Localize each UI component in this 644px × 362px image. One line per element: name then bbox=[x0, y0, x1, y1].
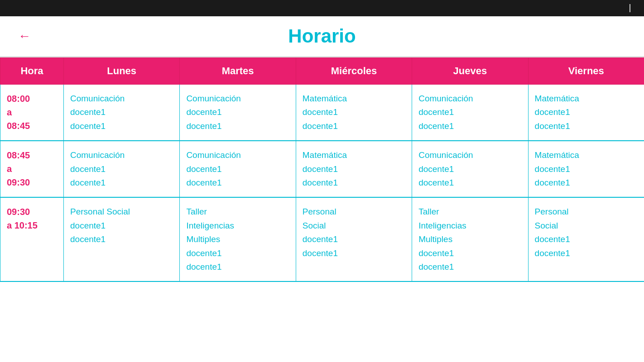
header: ← Horario bbox=[0, 16, 644, 56]
subject-cell-lunes-2: Personal Social docente1 docente1 bbox=[64, 197, 180, 281]
col-header-miercoles: Miércoles bbox=[296, 58, 412, 85]
subject-cell-jueves-2: Taller Inteligencias Multiples docente1 … bbox=[412, 197, 528, 281]
status-indicator bbox=[630, 4, 630, 12]
table-row: 08:45 a 09:30Comunicación docente1 docen… bbox=[0, 141, 644, 197]
page-title: Horario bbox=[288, 25, 356, 47]
subject-cell-martes-1: Comunicación docente1 docente1 bbox=[180, 141, 296, 197]
subject-cell-viernes-2: Personal Social docente1 docente1 bbox=[528, 197, 644, 281]
subject-cell-viernes-1: Matemática docente1 docente1 bbox=[528, 141, 644, 197]
subject-cell-miercoles-0: Matemática docente1 docente1 bbox=[296, 85, 412, 141]
time-cell-0: 08:00 a 08:45 bbox=[0, 85, 64, 141]
subject-cell-martes-2: Taller Inteligencias Multiples docente1 … bbox=[180, 197, 296, 281]
subject-cell-martes-0: Comunicación docente1 docente1 bbox=[180, 85, 296, 141]
col-header-viernes: Viernes bbox=[528, 58, 644, 85]
subject-cell-lunes-0: Comunicación docente1 docente1 bbox=[64, 85, 180, 141]
time-cell-1: 08:45 a 09:30 bbox=[0, 141, 64, 197]
col-header-lunes: Lunes bbox=[64, 58, 180, 85]
col-header-jueves: Jueves bbox=[412, 58, 528, 85]
top-bar bbox=[0, 0, 644, 16]
col-header-hora: Hora bbox=[0, 58, 64, 85]
subject-cell-jueves-0: Comunicación docente1 docente1 bbox=[412, 85, 528, 141]
subject-cell-jueves-1: Comunicación docente1 docente1 bbox=[412, 141, 528, 197]
table-row: 09:30 a 10:15Personal Social docente1 do… bbox=[0, 197, 644, 281]
subject-cell-miercoles-2: Personal Social docente1 docente1 bbox=[296, 197, 412, 281]
col-header-martes: Martes bbox=[180, 58, 296, 85]
table-header-row: Hora Lunes Martes Miércoles Jueves Viern… bbox=[0, 58, 644, 85]
back-button[interactable]: ← bbox=[18, 29, 31, 43]
subject-cell-lunes-1: Comunicación docente1 docente1 bbox=[64, 141, 180, 197]
back-arrow-icon: ← bbox=[18, 29, 31, 43]
subject-cell-miercoles-1: Matemática docente1 docente1 bbox=[296, 141, 412, 197]
time-cell-2: 09:30 a 10:15 bbox=[0, 197, 64, 281]
table-row: 08:00 a 08:45Comunicación docente1 docen… bbox=[0, 85, 644, 141]
schedule-table: Hora Lunes Martes Miércoles Jueves Viern… bbox=[0, 57, 644, 282]
subject-cell-viernes-0: Matemática docente1 docente1 bbox=[528, 85, 644, 141]
